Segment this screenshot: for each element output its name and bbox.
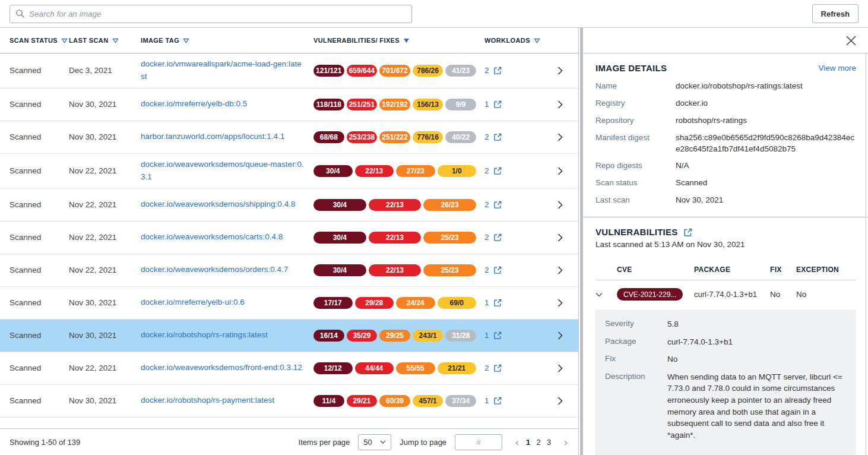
- vulnerability-badges: 30/422/1327/231/0: [313, 165, 484, 177]
- row-expand-button[interactable]: [555, 395, 565, 407]
- row-expand-button[interactable]: [555, 65, 565, 77]
- row-expand-button[interactable]: [555, 264, 565, 276]
- image-tag-link[interactable]: docker.io/weaveworksdemos/orders:0.4.7: [141, 264, 288, 276]
- open-workload-icon: [493, 233, 502, 242]
- close-panel-button[interactable]: [844, 33, 859, 48]
- workloads-link[interactable]: 2: [484, 364, 541, 372]
- row-expand-button[interactable]: [555, 199, 565, 211]
- row-expand-button[interactable]: [555, 99, 565, 110]
- workloads-link[interactable]: 1: [484, 331, 541, 340]
- table-row[interactable]: ScannedNov 22, 2021docker.io/weaveworksd…: [0, 222, 578, 254]
- popout-icon[interactable]: [683, 228, 693, 237]
- row-expand-button[interactable]: [555, 297, 565, 309]
- image-tag-link[interactable]: docker.io/mreferre/yelb-db:0.5: [141, 98, 247, 110]
- vulnerability-badges: 118/118251/251192/192156/139/9: [313, 99, 484, 110]
- row-expand-button[interactable]: [555, 362, 565, 374]
- detail-field-value: Scanned: [676, 178, 856, 189]
- workloads-link[interactable]: 1: [484, 298, 541, 307]
- vulnerability-badge-high: 22/13: [369, 232, 422, 244]
- image-tag-link[interactable]: harbor.tanzuworld.com/apps/locust:1.4.1: [141, 131, 284, 143]
- workloads-link[interactable]: 2: [484, 233, 541, 242]
- image-tag-link[interactable]: docker.io/weaveworksdemos/shipping:0.4.8: [141, 198, 295, 211]
- close-icon: [845, 34, 857, 47]
- row-expand-button[interactable]: [555, 330, 565, 342]
- detail-field-label: Scan status: [595, 178, 676, 189]
- image-tag-link[interactable]: docker.io/weaveworksdemos/queue-master:0…: [141, 159, 305, 184]
- row-expand-button[interactable]: [555, 165, 565, 177]
- sort-icon[interactable]: [183, 38, 189, 43]
- table-row[interactable]: ScannedNov 30, 2021harbor.tanzuworld.com…: [0, 121, 578, 154]
- table-row[interactable]: ScannedNov 22, 2021docker.io/weaveworksd…: [0, 154, 578, 189]
- table-row[interactable]: ScannedNov 30, 2021docker.io/robotshop/r…: [0, 320, 578, 352]
- items-per-page-select[interactable]: 50: [358, 434, 391, 450]
- image-tag-link[interactable]: docker.io/robotshop/rs-payment:latest: [141, 394, 274, 407]
- vulnerability-badge-low: 69/0: [438, 297, 477, 309]
- image-details-title: IMAGE DETAILS: [595, 63, 667, 73]
- sort-icon-active[interactable]: [403, 38, 410, 43]
- column-label: SCAN STATUS: [9, 37, 58, 44]
- table-row[interactable]: ScannedNov 22, 2021docker.io/weaveworksd…: [0, 352, 578, 385]
- workloads-link[interactable]: 1: [484, 396, 541, 405]
- row-expand-button[interactable]: [555, 232, 565, 244]
- sort-icon[interactable]: [112, 38, 119, 43]
- jump-to-page-input[interactable]: [455, 434, 502, 450]
- chevron-right-icon: [556, 132, 564, 142]
- scan-status: Scanned: [9, 166, 69, 175]
- table-row[interactable]: ScannedNov 30, 2021docker.io/mreferre/ye…: [0, 287, 578, 320]
- cve-expand-button[interactable]: [595, 292, 617, 298]
- search-box[interactable]: [9, 5, 412, 23]
- workloads-link[interactable]: 2: [484, 266, 541, 274]
- workloads-link[interactable]: 1: [484, 100, 541, 109]
- table-row[interactable]: ScannedDec 3, 2021docker.io/vmwareallspa…: [0, 53, 578, 89]
- image-tag-link[interactable]: docker.io/weaveworksdemos/front-end:0.3.…: [141, 362, 302, 374]
- column-header-vulnerabilities[interactable]: VULNERABILITIES/ FIXES: [313, 37, 484, 44]
- last-scan-date: Nov 30, 2021: [69, 396, 141, 405]
- scan-status: Scanned: [9, 233, 69, 242]
- vulnerability-badges: 121/121659/644701/672786/2641/23: [313, 65, 484, 77]
- cve-row[interactable]: CVE-2021-229...curl-7.74.0-1.3+b1NoNo: [595, 280, 856, 308]
- workloads-link[interactable]: 2: [484, 200, 541, 209]
- column-header-last-scan[interactable]: LAST SCAN: [69, 37, 141, 44]
- image-tag-link[interactable]: docker.io/weaveworksdemos/carts:0.4.8: [141, 231, 283, 244]
- last-scan-date: Nov 22, 2021: [69, 166, 141, 175]
- prev-page-button[interactable]: ‹: [514, 437, 520, 447]
- next-page-button[interactable]: ›: [563, 437, 569, 447]
- refresh-button[interactable]: Refresh: [812, 4, 859, 23]
- image-tag-link[interactable]: docker.io/mreferre/yelb-ui:0.6: [141, 296, 245, 309]
- vulnerability-badge-medium: 26/23: [423, 199, 476, 211]
- workloads-count: 1: [484, 396, 489, 405]
- column-header-scan-status[interactable]: SCAN STATUS: [9, 37, 69, 44]
- page-button-3[interactable]: 3: [547, 438, 552, 447]
- scrollbar-thumb[interactable]: [580, 28, 583, 455]
- column-header-image-tag[interactable]: IMAGE TAG: [141, 37, 313, 44]
- table-row[interactable]: ScannedNov 30, 2021docker.io/robotshop/r…: [0, 385, 578, 418]
- page-button-2[interactable]: 2: [536, 438, 541, 447]
- workloads-link[interactable]: 2: [484, 166, 541, 175]
- sort-icon[interactable]: [534, 38, 540, 43]
- items-per-page-label: Items per page: [299, 438, 350, 447]
- view-more-link[interactable]: View more: [818, 64, 856, 72]
- column-header-workloads[interactable]: WORKLOADS: [484, 37, 541, 44]
- image-tag-link[interactable]: docker.io/robotshop/rs-ratings:latest: [141, 329, 268, 342]
- pagination: ‹ 123 ›: [514, 437, 569, 447]
- row-expand-button[interactable]: [555, 131, 565, 143]
- image-scan-app: Refresh SCAN STATUS LAST SCAN IMAGE TAG: [0, 0, 868, 455]
- search-input[interactable]: [29, 10, 406, 18]
- table-row[interactable]: ScannedNov 30, 2021docker.io/mreferre/ye…: [0, 89, 578, 121]
- scan-status: Scanned: [9, 132, 69, 141]
- list-scrollbar[interactable]: [579, 28, 584, 455]
- cve-id-badge[interactable]: CVE-2021-229...: [617, 288, 683, 301]
- workloads-link[interactable]: 2: [484, 66, 541, 75]
- table-footer: Showing 1-50 of 139 Items per page 50 Ju…: [0, 428, 578, 455]
- page-button-1[interactable]: 1: [526, 438, 531, 447]
- sort-icon[interactable]: [61, 38, 68, 43]
- open-workload-icon: [493, 132, 502, 141]
- vulnerability-badge-critical: 30/4: [313, 264, 366, 276]
- workloads-link[interactable]: 2: [484, 132, 541, 141]
- image-tag-link[interactable]: docker.io/vmwareallspark/acme-load-gen:l…: [141, 58, 305, 83]
- vulnerability-badge-medium: 27/23: [396, 165, 435, 177]
- table-row[interactable]: ScannedNov 22, 2021docker.io/weaveworksd…: [0, 254, 578, 287]
- table-row[interactable]: ScannedNov 22, 2021docker.io/weaveworksd…: [0, 189, 578, 222]
- vulnerability-badge-high: 22/13: [369, 199, 422, 211]
- cve-detail-label: Description: [605, 371, 667, 441]
